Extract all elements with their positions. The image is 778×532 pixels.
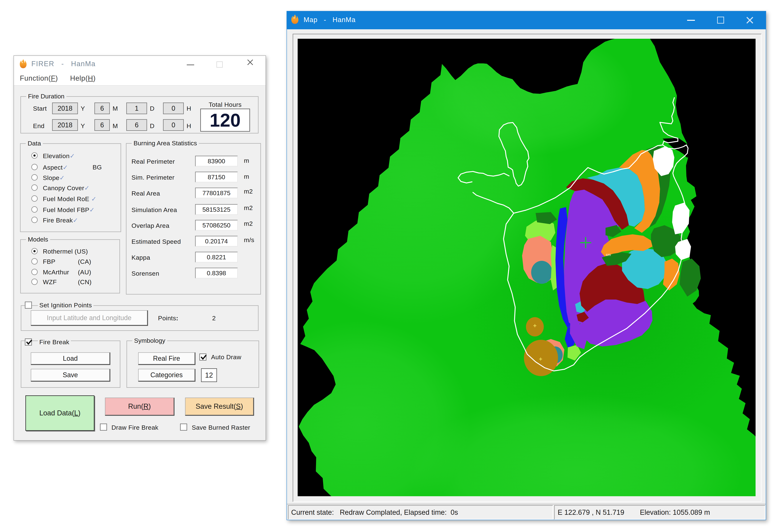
svg-text:cm: cm (606, 253, 611, 257)
